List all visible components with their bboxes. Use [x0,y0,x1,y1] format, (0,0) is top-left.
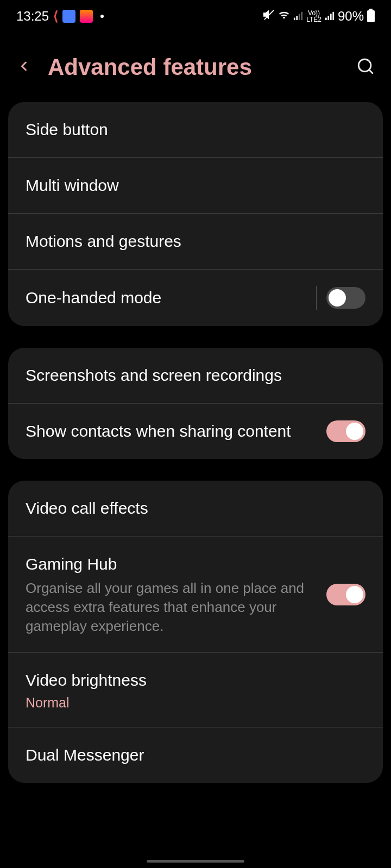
svg-rect-7 [330,14,332,20]
battery-percent: 90% [338,9,364,24]
row-title: One-handed mode [26,286,305,309]
gaming-hub-toggle[interactable] [326,584,365,605]
svg-rect-6 [327,16,329,20]
svg-rect-4 [301,12,303,20]
notif-more-icon [100,15,104,18]
toggle-divider [316,286,317,310]
nav-indicator[interactable] [147,860,244,863]
row-screenshots-recordings[interactable]: Screenshots and screen recordings [8,348,383,404]
row-value: Normal [26,695,355,711]
row-title: Gaming Hub [26,553,316,576]
row-dual-messenger[interactable]: Dual Messenger [8,727,383,783]
row-video-brightness[interactable]: Video brightness Normal [8,653,383,727]
status-bar: 13:25 ⟨ Vo)) LTE2 90% [0,0,391,27]
notif-icon-3 [80,10,93,23]
back-icon[interactable] [16,55,31,79]
row-title: Motions and gestures [26,230,355,253]
notif-icon-1: ⟨ [53,9,58,24]
row-title: Show contacts when sharing content [26,420,316,443]
row-title: Screenshots and screen recordings [26,364,355,387]
signal-2-icon [325,9,335,24]
row-title: Side button [26,118,355,141]
row-one-handed-mode[interactable]: One-handed mode [8,270,383,326]
page-title: Advanced features [48,54,340,80]
row-side-button[interactable]: Side button [8,102,383,158]
header: Advanced features [0,27,391,102]
wifi-icon [278,9,290,24]
row-show-contacts-sharing[interactable]: Show contacts when sharing content [8,404,383,459]
row-title: Dual Messenger [26,744,355,767]
status-right: Vo)) LTE2 90% [263,9,375,24]
svg-rect-8 [332,12,334,20]
svg-rect-3 [299,14,300,20]
mute-icon [263,9,275,24]
svg-rect-1 [294,18,295,21]
status-left: 13:25 ⟨ [16,9,104,24]
battery-icon [367,10,375,22]
status-time: 13:25 [16,9,49,24]
section-2: Screenshots and screen recordings Show c… [8,348,383,459]
content: Side button Multi window Motions and ges… [0,102,391,783]
signal-1-icon [293,9,303,24]
row-title: Video call effects [26,497,355,520]
row-motions-gestures[interactable]: Motions and gestures [8,214,383,270]
one-handed-toggle[interactable] [326,287,365,309]
svg-line-10 [369,70,373,73]
row-subtitle: Organise all your games all in one place… [26,579,316,636]
row-title: Multi window [26,174,355,197]
notif-icon-2 [62,10,75,23]
section-1: Side button Multi window Motions and ges… [8,102,383,326]
svg-rect-2 [297,16,298,20]
row-multi-window[interactable]: Multi window [8,158,383,214]
row-video-call-effects[interactable]: Video call effects [8,481,383,537]
search-icon[interactable] [356,57,375,78]
section-3: Video call effects Gaming Hub Organise a… [8,481,383,783]
row-gaming-hub[interactable]: Gaming Hub Organise all your games all i… [8,537,383,653]
svg-rect-5 [325,18,327,21]
lte-label: Vo)) LTE2 [306,10,321,23]
show-contacts-toggle[interactable] [326,420,365,442]
row-title: Video brightness [26,669,355,692]
